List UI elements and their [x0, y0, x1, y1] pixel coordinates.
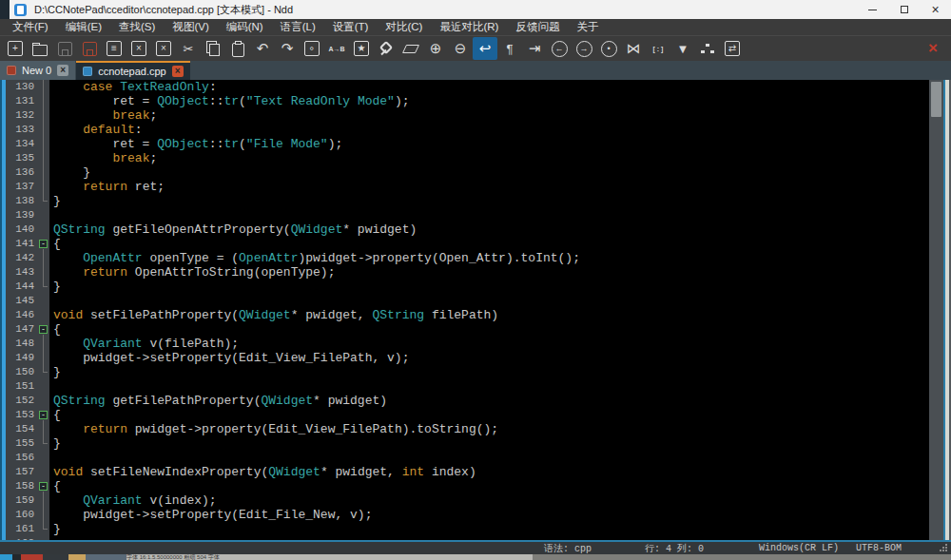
menu-item-4[interactable]: 编码(N) — [218, 19, 272, 35]
status-encoding[interactable]: UTF8-BOM — [856, 543, 902, 553]
menu-item-7[interactable]: 对比(C) — [377, 19, 431, 35]
code-line[interactable]: void setFileNewIndexProperty(QWidget* pw… — [49, 465, 929, 479]
tab-label: ccnotepad.cpp — [98, 66, 166, 77]
code-line[interactable]: return pwidget->property(Edit_View_FileP… — [49, 422, 929, 436]
mark-style-button[interactable]: ★ — [349, 37, 374, 60]
menu-item-2[interactable]: 查找(S) — [110, 19, 164, 35]
close-all-button[interactable]: × — [151, 37, 176, 60]
tree-view-button[interactable] — [695, 37, 720, 60]
close-doc-button[interactable]: × — [126, 37, 151, 60]
code-line[interactable]: { — [49, 322, 929, 337]
status-cursor-position[interactable]: 行: 4 列: 0 — [645, 542, 704, 555]
status-eol-format[interactable]: Windows(CR LF) — [759, 543, 839, 553]
clear-marks-button[interactable] — [398, 37, 423, 60]
show-symbols-button[interactable]: ¶ — [497, 37, 522, 60]
replace-button[interactable]: A→B — [324, 37, 349, 60]
filter-button[interactable]: ▼ — [670, 37, 695, 60]
paste-button[interactable] — [225, 37, 250, 60]
close-window-icon[interactable]: × — [920, 0, 951, 19]
menu-item-10[interactable]: 关于 — [568, 19, 607, 35]
code-line[interactable]: QVariant v(index); — [49, 493, 929, 508]
code-line[interactable]: QVariant v(filePath); — [49, 337, 929, 351]
menu-item-1[interactable]: 编辑(E) — [57, 19, 110, 35]
zoom-out-button[interactable]: ⊖ — [448, 37, 473, 60]
line-number: 148 — [6, 337, 34, 351]
code-line[interactable]: ret = QObject::tr("File Mode"); — [49, 137, 929, 151]
tab-close-icon[interactable]: × — [57, 65, 68, 76]
code-line[interactable]: OpenAttr openType = (OpenAttr)pwidget->p… — [49, 251, 929, 265]
brackets-button[interactable]: [ : ] — [646, 37, 670, 60]
vertical-scrollbar[interactable] — [929, 80, 943, 540]
undo-button[interactable]: ↶ — [250, 37, 275, 60]
zoom-in-button[interactable]: ⊕ — [423, 37, 448, 60]
menu-item-8[interactable]: 最近对比(R) — [431, 19, 507, 35]
status-syntax[interactable]: 语法: cpp — [544, 542, 592, 555]
code-line[interactable]: } — [49, 436, 929, 451]
save-as-button[interactable]: ≡ — [102, 37, 126, 60]
indent-guide-button[interactable]: ⇥ — [522, 37, 547, 60]
new-file-button[interactable]: + — [3, 37, 28, 60]
code-line[interactable]: pwidget->setProperty(Edit_File_New, v); — [49, 508, 929, 522]
save-all-button[interactable] — [77, 37, 102, 60]
fold-marker[interactable]: - — [37, 237, 49, 251]
code-line[interactable]: void setFilePathProperty(QWidget* pwidge… — [49, 308, 929, 322]
tab-ccnotepad-cpp[interactable]: ccnotepad.cpp× — [76, 61, 190, 80]
code-view[interactable]: case TextReadOnly: ret = QObject::tr("Te… — [49, 80, 929, 540]
code-line[interactable]: default: — [49, 123, 929, 137]
code-line[interactable] — [49, 379, 929, 394]
code-line[interactable]: pwidget->setProperty(Edit_View_FilePath,… — [49, 351, 929, 365]
resize-grip-icon[interactable] — [945, 550, 947, 551]
code-line[interactable] — [49, 208, 929, 222]
find-button[interactable]: ∘ — [300, 37, 324, 60]
code-line[interactable]: break; — [49, 108, 929, 123]
code-line[interactable]: } — [49, 280, 929, 294]
code-line[interactable]: { — [49, 237, 929, 251]
code-line[interactable]: return ret; — [49, 180, 929, 194]
menu-item-3[interactable]: 视图(V) — [164, 19, 217, 35]
convert-doc-button[interactable]: ⇄ — [720, 37, 745, 60]
redo-button[interactable]: ↷ — [275, 37, 300, 60]
line-number-gutter: 1301311321331341351361371381391401411421… — [6, 80, 37, 540]
menu-bar: 文件(F)编辑(E)查找(S)视图(V)编码(N)语言(L)设置(T)对比(C)… — [0, 19, 951, 35]
maximize-icon[interactable] — [888, 0, 920, 19]
pin-button[interactable] — [374, 37, 398, 60]
open-file-button[interactable] — [28, 37, 52, 60]
code-line[interactable]: ret = QObject::tr("Text ReadOnly Mode"); — [49, 94, 929, 108]
code-line[interactable]: break; — [49, 151, 929, 165]
menu-item-9[interactable]: 反馈问题 — [507, 19, 568, 35]
scrollbar-thumb[interactable] — [931, 82, 941, 117]
fold-margin-cell — [37, 165, 49, 180]
locate-button[interactable]: • — [596, 37, 621, 60]
fold-marker[interactable]: - — [37, 479, 49, 493]
code-line[interactable]: QString getFileOpenAttrProperty(QWidget*… — [49, 222, 929, 237]
code-line[interactable]: QString getFilePathProperty(QWidget* pwi… — [49, 394, 929, 408]
menu-item-5[interactable]: 语言(L) — [272, 19, 324, 35]
go-forward-button[interactable]: → — [572, 37, 596, 60]
minimize-icon[interactable] — [857, 0, 888, 19]
code-line[interactable]: { — [49, 479, 929, 493]
code-line[interactable]: } — [49, 522, 929, 536]
fold-marker[interactable]: - — [37, 408, 49, 422]
save-button[interactable] — [52, 37, 77, 60]
menu-item-0[interactable]: 文件(F) — [4, 19, 57, 35]
line-number: 149 — [6, 351, 34, 365]
code-line[interactable]: case TextReadOnly: — [49, 80, 929, 94]
word-wrap-button[interactable]: ↩ — [473, 37, 497, 60]
cut-button[interactable]: ✂ — [176, 37, 201, 60]
go-back-button[interactable]: ← — [547, 37, 572, 60]
code-line[interactable]: } — [49, 165, 929, 180]
code-line[interactable] — [49, 536, 929, 540]
tab-close-icon[interactable]: × — [172, 66, 184, 77]
copy-button[interactable] — [201, 37, 225, 60]
code-line[interactable]: return OpenAttrToString(openType); — [49, 265, 929, 280]
code-line[interactable]: { — [49, 408, 929, 422]
menu-item-6[interactable]: 设置(T) — [324, 19, 378, 35]
code-line[interactable] — [49, 451, 929, 465]
code-line[interactable] — [49, 294, 929, 308]
fold-marker[interactable]: - — [37, 322, 49, 337]
code-line[interactable]: } — [49, 365, 929, 379]
compare-button[interactable]: ⋈ — [621, 37, 646, 60]
code-line[interactable]: } — [49, 194, 929, 208]
toolbar-red-close-icon[interactable]: × — [928, 40, 938, 56]
tab-new-0[interactable]: New 0× — [0, 61, 75, 80]
